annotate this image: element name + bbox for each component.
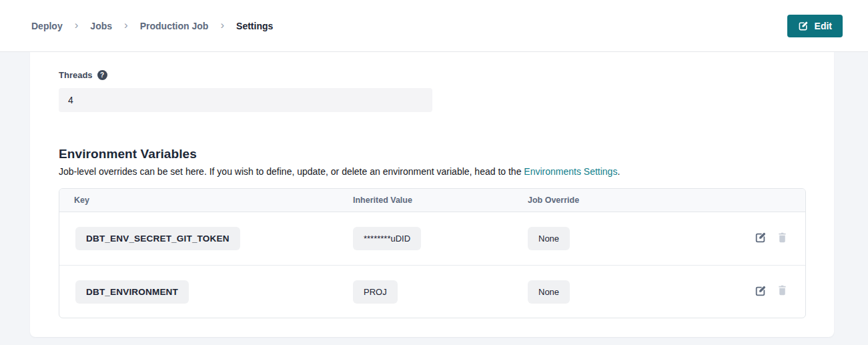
chevron-right-icon: › <box>220 19 224 31</box>
column-header-inherited-value: Inherited Value <box>353 196 528 205</box>
env-var-job-override: None <box>528 280 570 304</box>
edit-button-label: Edit <box>815 21 832 31</box>
environment-variables-description: Job-level overrides can be set here. If … <box>59 166 834 177</box>
trash-icon <box>777 285 788 298</box>
delete-row-button[interactable] <box>777 285 788 298</box>
pencil-square-icon <box>755 232 767 246</box>
breadcrumb: Deploy › Jobs › Production Job › Setting… <box>31 20 273 31</box>
table-header-row: Key Inherited Value Job Override <box>59 189 805 212</box>
breadcrumb-item-jobs[interactable]: Jobs <box>90 21 112 31</box>
env-var-key: DBT_ENV_SECRET_GIT_TOKEN <box>75 227 240 250</box>
help-icon[interactable]: ? <box>97 70 107 80</box>
chevron-right-icon: › <box>75 19 79 31</box>
table-row: DBT_ENVIRONMENT PROJ None <box>59 265 805 318</box>
breadcrumb-item-settings: Settings <box>236 21 273 31</box>
env-var-key: DBT_ENVIRONMENT <box>75 280 189 304</box>
breadcrumb-item-deploy[interactable]: Deploy <box>31 21 63 31</box>
env-var-job-override: None <box>528 227 570 250</box>
threads-input[interactable] <box>59 88 432 112</box>
settings-card: Threads ? Environment Variables Job-leve… <box>30 52 834 337</box>
column-header-key: Key <box>59 196 353 205</box>
breadcrumb-item-production-job[interactable]: Production Job <box>140 21 209 31</box>
threads-label: Threads <box>59 70 93 80</box>
env-var-inherited-value: PROJ <box>353 280 398 304</box>
trash-icon <box>777 232 788 246</box>
top-header: Deploy › Jobs › Production Job › Setting… <box>0 0 868 52</box>
pencil-square-icon <box>798 21 809 31</box>
description-period: . <box>617 166 620 177</box>
env-vars-table: Key Inherited Value Job Override DBT_ENV… <box>59 188 806 318</box>
edit-row-button[interactable] <box>755 232 767 246</box>
edit-button[interactable]: Edit <box>787 15 843 37</box>
environments-settings-link[interactable]: Environments Settings <box>524 166 617 177</box>
column-header-job-override: Job Override <box>528 196 688 205</box>
edit-row-button[interactable] <box>755 285 767 299</box>
chevron-right-icon: › <box>124 19 128 31</box>
table-row: DBT_ENV_SECRET_GIT_TOKEN ********uDID No… <box>59 212 805 265</box>
main-content: Threads ? Environment Variables Job-leve… <box>0 52 868 345</box>
delete-row-button[interactable] <box>777 232 788 246</box>
threads-field: Threads ? <box>59 70 834 112</box>
environment-variables-section: Environment Variables Job-level override… <box>59 147 834 318</box>
environment-variables-title: Environment Variables <box>59 147 834 161</box>
description-text: Job-level overrides can be set here. If … <box>59 166 524 177</box>
env-var-inherited-value: ********uDID <box>353 227 421 250</box>
pencil-square-icon <box>755 285 767 299</box>
